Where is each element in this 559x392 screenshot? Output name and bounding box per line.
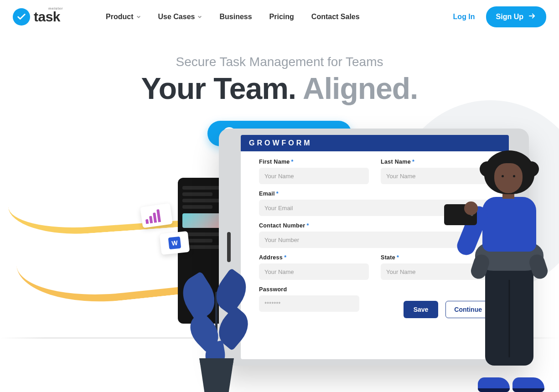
- logo-text: meister task: [34, 9, 60, 25]
- person-illustration: [457, 150, 557, 392]
- required-mark: *: [291, 159, 294, 165]
- field-first-name: First Name*: [259, 159, 369, 184]
- address-input[interactable]: [259, 263, 369, 280]
- required-mark: *: [284, 254, 286, 261]
- chevron-down-icon: [136, 15, 141, 19]
- label: First Name: [259, 159, 290, 165]
- plant-illustration: [173, 264, 264, 392]
- required-mark: *: [412, 159, 414, 165]
- nav-right: Log In Sign Up: [453, 6, 546, 27]
- nav-item-pricing[interactable]: Pricing: [269, 13, 294, 21]
- brand-name: task: [34, 9, 60, 24]
- bg-file-card: W: [160, 231, 190, 255]
- hero-subtitle: Secure Task Management for Teams: [0, 55, 559, 69]
- label: Address: [259, 254, 283, 261]
- brand-logo[interactable]: meister task: [13, 8, 60, 26]
- save-button[interactable]: Save: [404, 301, 439, 318]
- password-input[interactable]: [259, 295, 359, 312]
- nav-label: Contact Sales: [311, 13, 360, 21]
- signup-button[interactable]: Sign Up: [486, 6, 546, 27]
- required-mark: *: [276, 191, 279, 197]
- nav-label: Pricing: [269, 13, 294, 21]
- nav-item-usecases[interactable]: Use Cases: [158, 13, 202, 21]
- label: Contact Number: [259, 222, 305, 229]
- first-name-input[interactable]: [259, 168, 369, 184]
- nav-item-business[interactable]: Business: [219, 13, 252, 21]
- bg-chart-card: [140, 203, 173, 228]
- hero-title: Your Team. Aligned.: [0, 72, 559, 105]
- chevron-down-icon: [197, 15, 202, 19]
- arrow-right-icon: [528, 12, 536, 22]
- required-mark: *: [397, 254, 399, 261]
- nav-links: Product Use Cases Business Pricing Conta…: [106, 13, 360, 21]
- hero-title-light: Aligned.: [303, 72, 418, 105]
- tablet-home-bar: [227, 232, 231, 262]
- field-contact: Contact Number*: [259, 222, 491, 248]
- label: State: [381, 254, 395, 261]
- label: Last Name: [381, 159, 411, 165]
- nav-label: Use Cases: [158, 13, 195, 21]
- nav-label: Product: [106, 13, 133, 21]
- contact-input[interactable]: [259, 232, 491, 248]
- label: Email: [259, 191, 275, 197]
- hero-title-dark: Your Team.: [141, 72, 303, 105]
- logo-check-icon: [13, 8, 30, 26]
- top-nav: meister task Product Use Cases Business …: [0, 0, 559, 27]
- nav-item-contact[interactable]: Contact Sales: [311, 13, 360, 21]
- login-link[interactable]: Log In: [453, 13, 475, 21]
- field-password: Password: [259, 286, 359, 312]
- required-mark: *: [306, 222, 309, 229]
- nav-label: Business: [219, 13, 252, 21]
- nav-item-product[interactable]: Product: [106, 13, 140, 21]
- field-address: Address*: [259, 254, 369, 280]
- form-brand-header: GROWFORM: [241, 135, 509, 151]
- brand-tagline: meister: [48, 6, 63, 10]
- signup-label: Sign Up: [496, 13, 523, 21]
